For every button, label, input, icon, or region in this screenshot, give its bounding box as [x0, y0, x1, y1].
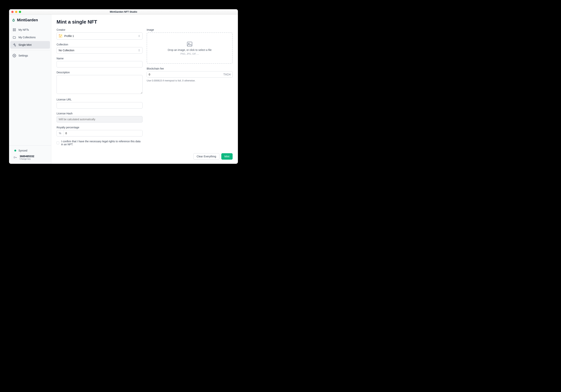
- sidebar-item-label: My NFTs: [19, 28, 29, 31]
- gear-icon: [12, 54, 16, 57]
- sidebar: MintGarden My NFTs My Collections: [9, 14, 51, 164]
- minimize-window-button[interactable]: [15, 11, 17, 13]
- traffic-lights: [11, 11, 21, 13]
- folder-icon: [12, 35, 16, 39]
- brand-name: MintGarden: [17, 18, 38, 22]
- sidebar-item-settings[interactable]: Settings: [10, 52, 50, 59]
- chevron-updown-icon: [138, 49, 140, 52]
- key-icon: [13, 155, 17, 159]
- license-url-input[interactable]: [56, 102, 142, 108]
- sparkle-icon: [12, 43, 16, 47]
- clear-button[interactable]: Clear Everything: [194, 153, 219, 160]
- svg-rect-2: [13, 30, 14, 31]
- sidebar-item-my-collections[interactable]: My Collections: [10, 33, 50, 41]
- main: Mint a single NFT Creator Profile 1: [51, 14, 238, 164]
- svg-rect-0: [13, 29, 14, 29]
- nav: My NFTs My Collections Single Mint: [9, 25, 51, 61]
- fee-suffix: TXCH: [222, 73, 232, 76]
- maximize-window-button[interactable]: [19, 11, 21, 13]
- license-hash-label: License Hash: [56, 112, 142, 115]
- svg-rect-6: [187, 42, 192, 46]
- description-label: Description: [56, 71, 142, 74]
- key-row[interactable]: 3689485332 Change key: [12, 154, 48, 161]
- nav-separator: [10, 50, 50, 50]
- license-url-label: License URL: [56, 98, 142, 101]
- grid-icon: [12, 28, 16, 32]
- description-textarea[interactable]: [56, 75, 142, 94]
- name-label: Name: [56, 57, 142, 60]
- creator-label: Creator: [56, 28, 142, 31]
- image-dropzone[interactable]: Drop an image, or click to select a file…: [147, 32, 233, 64]
- creator-select[interactable]: Profile 1: [56, 32, 142, 40]
- name-input[interactable]: [56, 61, 142, 67]
- key-number: 3689485332: [20, 155, 34, 158]
- license-hash-input: [56, 116, 142, 123]
- confirm-label: I confirm that I have the necessary lega…: [61, 140, 142, 146]
- sidebar-footer: Synced 3689485332 Change key: [9, 146, 51, 164]
- collection-value: No Collection: [59, 49, 74, 52]
- brand: MintGarden: [9, 14, 51, 25]
- percent-icon: %: [57, 130, 64, 136]
- window-title: MintGarden NFT Studio: [9, 10, 238, 13]
- profile-avatar-icon: [59, 34, 62, 38]
- change-key-label: Change key: [20, 158, 34, 160]
- collection-label: Collection: [56, 43, 142, 46]
- dropzone-subtitle: PNG, JPG, GIF, ...: [180, 53, 199, 55]
- royalty-input[interactable]: [64, 130, 142, 136]
- leaf-icon: [12, 18, 15, 22]
- svg-rect-3: [15, 30, 16, 31]
- fee-hint: Use 0.000615 if mempool is full, 0 other…: [147, 79, 233, 82]
- chevron-updown-icon: [138, 35, 140, 37]
- royalty-label: Royalty percentage: [56, 126, 142, 129]
- sidebar-item-label: Single Mint: [19, 43, 32, 46]
- sidebar-item-my-nfts[interactable]: My NFTs: [10, 26, 50, 33]
- app-window: MintGarden NFT Studio MintGarden My NFTs: [9, 9, 238, 164]
- sidebar-item-single-mint[interactable]: Single Mint: [10, 41, 50, 49]
- sidebar-item-label: Settings: [19, 54, 28, 57]
- status-dot-icon: [14, 150, 16, 151]
- footer-actions: Clear Everything Mint: [51, 150, 238, 164]
- sync-text: Synced: [19, 149, 27, 152]
- image-icon: [186, 41, 193, 47]
- svg-rect-1: [15, 29, 16, 29]
- image-label: Image: [147, 28, 233, 31]
- royalty-field: %: [56, 130, 142, 137]
- sidebar-item-label: My Collections: [19, 36, 36, 39]
- fee-input[interactable]: [147, 71, 222, 77]
- sync-status: Synced: [12, 148, 48, 154]
- creator-value: Profile 1: [64, 34, 74, 38]
- fee-label: Blockchain fee: [147, 67, 233, 70]
- page-title: Mint a single NFT: [56, 19, 233, 25]
- close-window-button[interactable]: [11, 11, 14, 13]
- svg-rect-5: [14, 157, 15, 158]
- mint-button[interactable]: Mint: [221, 153, 233, 160]
- fee-field: TXCH: [147, 71, 233, 78]
- dropzone-title: Drop an image, or click to select a file: [168, 48, 212, 52]
- confirm-checkbox[interactable]: [56, 141, 59, 144]
- titlebar: MintGarden NFT Studio: [9, 9, 238, 14]
- svg-point-4: [14, 55, 15, 56]
- collection-select[interactable]: No Collection: [56, 47, 142, 53]
